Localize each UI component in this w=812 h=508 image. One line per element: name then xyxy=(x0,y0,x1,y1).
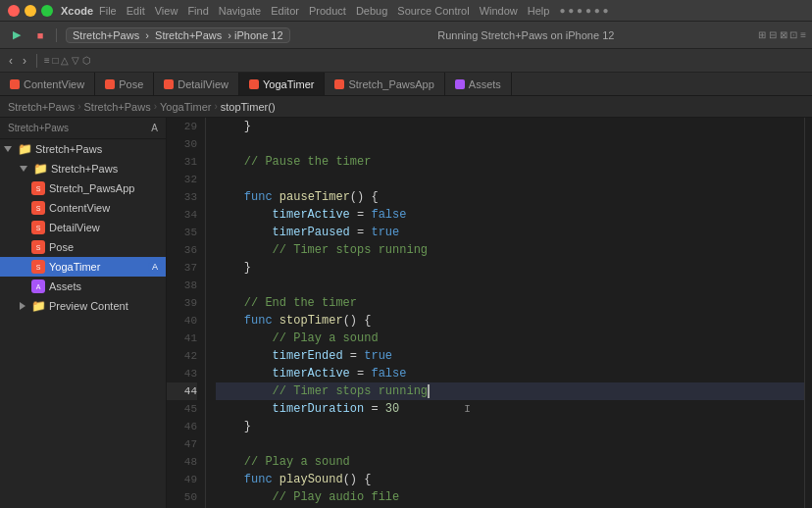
folder-icon: 📁 xyxy=(18,142,31,156)
code-line-30 xyxy=(216,135,804,153)
line-num-43: 43 xyxy=(167,365,197,382)
triangle-closed-icon xyxy=(20,302,25,310)
code-lines: } // Pause the timer func pauseTimer() {… xyxy=(206,118,804,508)
swift-file-icon: S xyxy=(31,201,45,215)
breadcrumb-item-3[interactable]: YogaTimer xyxy=(160,101,211,113)
sidebar-item-root[interactable]: 📁 Stretch+Paws xyxy=(0,139,166,159)
sidebar-item-group[interactable]: 📁 Stretch+Paws xyxy=(0,159,166,178)
nav-forward[interactable]: › xyxy=(20,54,29,68)
line-numbers: 29 30 31 32 33 34 35 36 37 38 39 40 41 4… xyxy=(167,118,206,508)
breadcrumb-item-active[interactable]: stopTimer() xyxy=(221,101,276,113)
menu-edit[interactable]: Edit xyxy=(127,5,145,17)
breadcrumb-sep-3: › xyxy=(214,101,217,112)
tab-stretchpawsapp[interactable]: Stretch_PawsApp xyxy=(325,73,444,95)
nav-icons: ≡ □ △ ▽ ⬡ xyxy=(44,55,91,66)
traffic-lights xyxy=(8,5,53,17)
minimap xyxy=(804,118,812,508)
menu-debug[interactable]: Debug xyxy=(356,5,387,17)
line-num-34: 34 xyxy=(167,206,197,224)
sidebar-header: Stretch+Paws A xyxy=(0,118,166,139)
sidebar-badge: A xyxy=(151,123,158,133)
sidebar-item-pose[interactable]: S Pose xyxy=(0,237,166,257)
menu-navigate[interactable]: Navigate xyxy=(219,5,261,17)
title-bar-right: ● ● ● ● ● ● xyxy=(559,5,608,16)
minimize-button[interactable] xyxy=(25,5,36,17)
swift-file-icon: S xyxy=(31,260,45,274)
toolbar-icons: ⊞ ⊟ ⊠ ⊡ ≡ xyxy=(758,29,806,40)
swift-file-icon: S xyxy=(31,221,45,234)
menu-source-control[interactable]: Source Control xyxy=(397,5,469,17)
breadcrumb-item-1[interactable]: Stretch+Paws xyxy=(8,101,75,113)
swift-file-icon: S xyxy=(31,181,45,195)
code-line-37: } xyxy=(216,259,804,277)
swift-icon xyxy=(249,79,259,89)
tab-yogatimer[interactable]: YogaTimer xyxy=(239,73,325,95)
menu-view[interactable]: View xyxy=(155,5,178,17)
code-line-39: // End the timer xyxy=(216,294,804,312)
close-button[interactable] xyxy=(8,5,20,17)
tab-contentview[interactable]: ContentView xyxy=(0,73,95,95)
run-button[interactable]: ▶ xyxy=(6,26,27,44)
code-line-47 xyxy=(216,435,804,453)
line-num-50: 50 xyxy=(167,488,197,506)
scheme-selector[interactable]: Stretch+Paws › Stretch+Paws › iPhone 12 xyxy=(66,27,290,43)
sidebar-badge-a: A xyxy=(148,260,162,274)
code-line-49: func playSound() { xyxy=(216,471,804,488)
line-num-39: 39 xyxy=(167,294,197,312)
nav-separator xyxy=(36,54,37,68)
code-line-46: } xyxy=(216,418,804,435)
code-container: 29 30 31 32 33 34 35 36 37 38 39 40 41 4… xyxy=(167,118,804,508)
line-num-30: 30 xyxy=(167,135,197,153)
code-line-29: } xyxy=(216,118,804,135)
swift-icon xyxy=(334,79,344,89)
code-line-31: // Pause the timer xyxy=(216,153,804,171)
line-num-48: 48 xyxy=(167,453,197,471)
toolbar-right-icons: ⊞ ⊟ ⊠ ⊡ ≡ xyxy=(758,29,806,40)
toolbar: ▶ ■ Stretch+Paws › Stretch+Paws › iPhone… xyxy=(0,22,812,49)
sidebar: Stretch+Paws A 📁 Stretch+Paws 📁 Stretch+… xyxy=(0,118,167,508)
menu-file[interactable]: File xyxy=(99,5,117,17)
tab-pose[interactable]: Pose xyxy=(95,73,154,95)
menu-product[interactable]: Product xyxy=(309,5,346,17)
tab-detailview[interactable]: DetailView xyxy=(154,73,239,95)
swift-file-icon: S xyxy=(31,240,45,254)
swift-icon xyxy=(10,79,20,89)
line-num-49: 49 xyxy=(167,471,197,488)
swift-icon xyxy=(164,79,174,89)
assets-icon xyxy=(455,79,465,89)
menu-help[interactable]: Help xyxy=(528,5,550,17)
sidebar-item-detailview[interactable]: S DetailView xyxy=(0,218,166,237)
nav-back[interactable]: ‹ xyxy=(6,54,16,68)
tab-assets[interactable]: Assets xyxy=(445,73,512,95)
stop-button[interactable]: ■ xyxy=(29,26,51,44)
code-line-40: func stopTimer() { xyxy=(216,312,804,330)
breadcrumb-item-2[interactable]: Stretch+Paws xyxy=(84,101,151,113)
breadcrumb-sep-2: › xyxy=(154,101,157,112)
line-num-36: 36 xyxy=(167,241,197,259)
sidebar-item-stretchpawsapp[interactable]: S Stretch_PawsApp xyxy=(0,178,166,198)
sidebar-item-preview[interactable]: 📁 Preview Content xyxy=(0,296,166,316)
line-num-44: 44 xyxy=(167,382,197,400)
menu-window[interactable]: Window xyxy=(480,5,518,17)
code-line-36: // Timer stops running xyxy=(216,241,804,259)
maximize-button[interactable] xyxy=(41,5,53,17)
menu-find[interactable]: Find xyxy=(187,5,208,17)
code-line-43: timerActive = false xyxy=(216,365,804,382)
menu-editor[interactable]: Editor xyxy=(271,5,299,17)
tab-bar: ContentView Pose DetailView YogaTimer St… xyxy=(0,73,812,96)
breadcrumb-bar: Stretch+Paws › Stretch+Paws › YogaTimer … xyxy=(0,96,812,118)
code-line-41: // Play a sound xyxy=(216,330,804,347)
editor-area[interactable]: 29 30 31 32 33 34 35 36 37 38 39 40 41 4… xyxy=(167,118,804,508)
sidebar-item-yogatimer[interactable]: S YogaTimer A xyxy=(0,257,166,277)
line-num-40: 40 xyxy=(167,312,197,330)
sidebar-item-assets[interactable]: A Assets xyxy=(0,277,166,296)
toolbar-separator xyxy=(56,28,57,42)
sidebar-item-contentview[interactable]: S ContentView xyxy=(0,198,166,218)
code-line-45: timerDuration = 30 I xyxy=(216,400,804,418)
code-line-35: timerPaused = true xyxy=(216,224,804,241)
code-line-50: // Play audio file xyxy=(216,488,804,506)
line-num-45: 45 xyxy=(167,400,197,418)
line-num-33: 33 xyxy=(167,188,197,206)
line-num-31: 31 xyxy=(167,153,197,171)
triangle-open-icon xyxy=(20,166,27,172)
